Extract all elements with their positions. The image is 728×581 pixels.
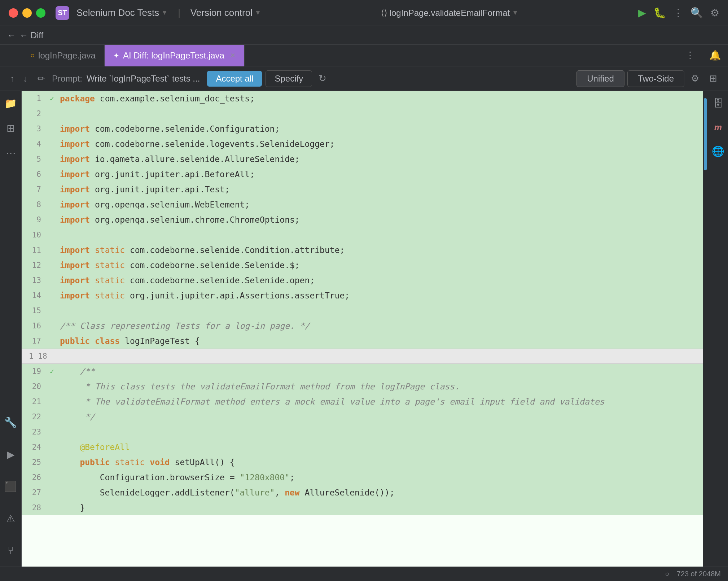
project-name[interactable]: Selenium Doc Tests ▼ xyxy=(76,7,168,18)
edit-prompt-icon[interactable]: ✏ xyxy=(35,72,48,85)
code-line-12: 12 import static com.codeborne.selenide.… xyxy=(22,258,703,273)
nav-up-button[interactable]: ↑ xyxy=(7,72,17,85)
view-buttons: Unified Two-Side ⚙ ⊞ xyxy=(576,70,721,87)
accept-all-button[interactable]: Accept all xyxy=(207,71,262,87)
code-line-26: 26 Configuration.browserSize = "1280x800… xyxy=(22,470,703,485)
code-line-9: 9 import org.openqa.selenium.chrome.Chro… xyxy=(22,212,703,227)
promptbar: ↑ ↓ ✏ Prompt: Write `logInPageTest` test… xyxy=(0,66,728,91)
scrollbar-thumb[interactable] xyxy=(704,98,707,170)
java-file-icon: ○ xyxy=(30,51,35,60)
code-line-10: 10 xyxy=(22,227,703,243)
sidebar-run-icon[interactable]: ▶ xyxy=(4,446,18,463)
unified-view-button[interactable]: Unified xyxy=(576,70,624,87)
code-line-7: 7 import org.junit.jupiter.api.Test; xyxy=(22,182,703,197)
refresh-button[interactable]: ↻ xyxy=(316,71,329,86)
ai-icon: ✦ xyxy=(113,51,119,60)
search-icon[interactable]: 🔍 xyxy=(690,7,703,19)
left-sidebar: 📁 ⊞ ⋯ 🔧 ▶ ⬛ ⚠ ⑂ xyxy=(0,91,22,567)
code-line-3: 3 import com.codeborne.selenide.Configur… xyxy=(22,121,703,136)
code-line-25: 25 public static void setUpAll() { xyxy=(22,455,703,470)
nav-down-button[interactable]: ↓ xyxy=(20,72,30,85)
code-line-23: 23 xyxy=(22,424,703,440)
code-separator-line: 1 18 xyxy=(22,349,703,364)
right-sidebar-maven-icon[interactable]: m xyxy=(711,119,725,135)
titlebar-center: ⟨⟩ logInPage.validateEmailFormat ▼ xyxy=(267,8,632,18)
code-line-6: 6 import org.junit.jupiter.api.BeforeAll… xyxy=(22,167,703,182)
back-to-diff[interactable]: ← ← Diff xyxy=(7,30,43,40)
minimize-button[interactable] xyxy=(22,8,32,18)
code-line-27: 27 SelenideLogger.addListener("allure", … xyxy=(22,485,703,500)
prompt-text: Write `logInPageTest` tests ... xyxy=(87,74,200,84)
file-path[interactable]: ⟨⟩ logInPage.validateEmailFormat ▼ xyxy=(381,8,518,18)
tab-loginpage[interactable]: ○ logInPage.java xyxy=(22,45,105,66)
prompt-label: Prompt: xyxy=(52,74,82,84)
app-icon: ST xyxy=(56,6,69,20)
titlebar: ST Selenium Doc Tests ▼ | Version contro… xyxy=(0,0,728,26)
notification-icon[interactable]: 🔔 xyxy=(702,50,728,61)
right-sidebar-db-icon[interactable]: 🗄 xyxy=(710,95,726,112)
code-line-5: 5 import io.qameta.allure.selenide.Allur… xyxy=(22,152,703,167)
code-line-8: 8 import org.openqa.selenium.WebElement; xyxy=(22,197,703,212)
close-tab-icon[interactable]: ✕ xyxy=(230,52,236,60)
code-line-1: 1 ✓ package com.example.selenium_doc_tes… xyxy=(22,91,703,106)
right-sidebar-globe-icon[interactable]: 🌐 xyxy=(709,143,727,160)
code-line-22: 22 */ xyxy=(22,409,703,424)
memory-indicator-icon: ○ xyxy=(665,570,670,578)
settings-icon[interactable]: ⚙ xyxy=(710,7,719,19)
sidebar-structure-icon[interactable]: ⊞ xyxy=(4,119,18,137)
two-side-view-button[interactable]: Two-Side xyxy=(627,70,684,87)
main-layout: 📁 ⊞ ⋯ 🔧 ▶ ⬛ ⚠ ⑂ 1 ✓ package com.example.… xyxy=(0,91,728,567)
project-chevron-icon: ▼ xyxy=(161,9,168,17)
sidebar-folder-icon[interactable]: 📁 xyxy=(1,95,20,112)
prompt-actions: Accept all Specify ↻ xyxy=(207,70,329,87)
tab-more-icon[interactable]: ⋮ xyxy=(678,50,702,61)
code-content[interactable]: 1 ✓ package com.example.selenium_doc_tes… xyxy=(22,91,703,567)
sidebar-terminal-icon[interactable]: ⬛ xyxy=(1,478,20,495)
traffic-lights xyxy=(9,8,45,18)
sidebar-more-icon[interactable]: ⋯ xyxy=(3,144,19,162)
code-editor: 1 ✓ package com.example.selenium_doc_tes… xyxy=(22,91,703,567)
code-line-16: 16 /** Class representing Tests for a lo… xyxy=(22,318,703,333)
vcs-chevron-icon: ▼ xyxy=(255,9,261,17)
code-line-24: 24 @BeforeAll xyxy=(22,440,703,455)
titlebar-separator: | xyxy=(178,7,180,18)
right-sidebar: 🗄 m 🌐 xyxy=(708,91,728,567)
run-button[interactable]: ▶ xyxy=(638,7,646,19)
fullscreen-button[interactable] xyxy=(36,8,45,18)
file-chevron-icon: ▼ xyxy=(512,9,518,17)
diff-bar: ← ← Diff xyxy=(0,26,728,45)
vcs-label[interactable]: Version control ▼ xyxy=(190,7,261,18)
specify-button[interactable]: Specify xyxy=(266,70,312,87)
code-line-11: 11 import static com.codeborne.selenide.… xyxy=(22,243,703,258)
titlebar-right: ▶ 🐛 ⋮ 🔍 ⚙ xyxy=(638,7,719,19)
scrollbar[interactable] xyxy=(703,91,708,567)
code-line-4: 4 import com.codeborne.selenide.logevent… xyxy=(22,136,703,152)
code-line-13: 13 import static com.codeborne.selenide.… xyxy=(22,273,703,288)
back-arrow-icon: ← xyxy=(7,30,16,40)
code-line-19: 19 ✓ /** xyxy=(22,364,703,379)
sidebar-tools-icon[interactable]: 🔧 xyxy=(1,414,20,431)
view-settings-icon[interactable]: ⚙ xyxy=(687,71,703,86)
statusbar: ○ 723 of 2048M xyxy=(0,567,728,581)
memory-usage: 723 of 2048M xyxy=(677,570,721,578)
tab-ai-diff[interactable]: ✦ AI Diff: logInPageTest.java ✕ xyxy=(105,45,245,66)
layout-icon[interactable]: ⊞ xyxy=(706,71,721,86)
code-line-2: 2 xyxy=(22,106,703,121)
code-line-14: 14 import static org.junit.jupiter.api.A… xyxy=(22,288,703,303)
debug-button[interactable]: 🐛 xyxy=(653,7,666,19)
tab-ai-diff-label: AI Diff: logInPageTest.java xyxy=(123,51,224,61)
sidebar-error-icon[interactable]: ⚠ xyxy=(3,510,18,528)
tabbar: ○ logInPage.java ✦ AI Diff: logInPageTes… xyxy=(0,45,728,66)
sidebar-git-icon[interactable]: ⑂ xyxy=(5,542,17,559)
code-line-21: 21 * The validateEmailFormat method ente… xyxy=(22,394,703,409)
code-line-20: 20 * This class tests the validateEmailF… xyxy=(22,379,703,394)
code-line-28: 28 } xyxy=(22,500,703,515)
code-line-15: 15 xyxy=(22,303,703,318)
more-options-icon[interactable]: ⋮ xyxy=(673,7,683,19)
tab-loginpage-label: logInPage.java xyxy=(38,51,96,61)
close-button[interactable] xyxy=(9,8,18,18)
prompt-nav: ↑ ↓ xyxy=(7,72,30,85)
code-line-17: 17 public class logInPageTest { xyxy=(22,333,703,349)
